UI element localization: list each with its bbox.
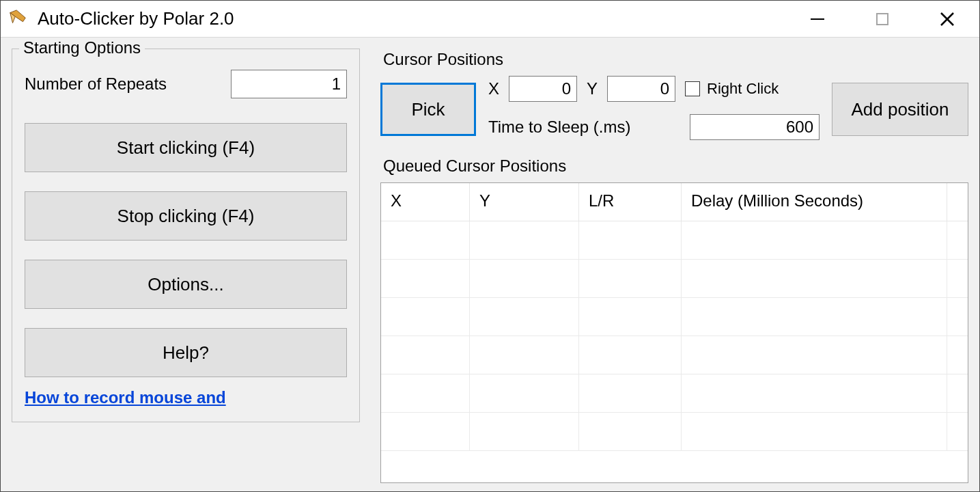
options-button[interactable]: Options... <box>25 260 347 309</box>
stop-clicking-label: Stop clicking (F4) <box>117 206 255 227</box>
grid-row[interactable] <box>381 298 968 336</box>
titlebar: Auto-Clicker by Polar 2.0 <box>1 1 979 38</box>
add-position-label: Add position <box>851 99 949 120</box>
starting-options-group: Starting Options Number of Repeats Start… <box>12 49 360 422</box>
start-clicking-button[interactable]: Start clicking (F4) <box>25 123 347 172</box>
y-input[interactable] <box>607 76 675 102</box>
options-label: Options... <box>148 274 223 295</box>
stop-clicking-button[interactable]: Stop clicking (F4) <box>25 191 347 241</box>
grid-header: X Y L/R Delay (Million Seconds) <box>381 183 968 221</box>
right-panel: Cursor Positions Pick X Y Right Click <box>380 49 968 491</box>
window-body: Starting Options Number of Repeats Start… <box>1 38 979 491</box>
help-button[interactable]: Help? <box>25 328 347 377</box>
maximize-button[interactable] <box>850 1 914 38</box>
grid-row[interactable] <box>381 221 968 260</box>
start-clicking-label: Start clicking (F4) <box>117 137 255 159</box>
app-window: Auto-Clicker by Polar 2.0 Starting Optio… <box>0 0 980 492</box>
queued-positions-grid[interactable]: X Y L/R Delay (Million Seconds) <box>380 182 968 483</box>
grid-row[interactable] <box>381 336 968 374</box>
grid-row[interactable] <box>381 413 968 451</box>
sleep-label: Time to Sleep (.ms) <box>488 118 631 137</box>
app-icon <box>8 9 28 29</box>
starting-options-legend: Starting Options <box>19 38 145 57</box>
help-label: Help? <box>163 342 209 364</box>
window-title: Auto-Clicker by Polar 2.0 <box>38 8 234 29</box>
pick-label: Pick <box>411 99 445 120</box>
x-label: X <box>488 79 499 98</box>
checkbox-icon <box>685 81 700 96</box>
right-click-checkbox[interactable]: Right Click <box>685 80 779 98</box>
right-click-label: Right Click <box>707 80 779 98</box>
grid-row[interactable] <box>381 260 968 298</box>
grid-body <box>381 221 968 482</box>
y-label: Y <box>587 79 598 98</box>
repeats-input[interactable] <box>231 70 347 98</box>
pick-button[interactable]: Pick <box>380 83 476 136</box>
col-header-delay[interactable]: Delay (Million Seconds) <box>682 183 947 221</box>
left-panel: Starting Options Number of Repeats Start… <box>12 49 360 491</box>
sleep-input[interactable] <box>690 114 820 140</box>
col-header-x[interactable]: X <box>381 183 470 221</box>
cursor-positions-label: Cursor Positions <box>380 49 968 76</box>
col-header-scrollbar <box>947 183 968 221</box>
col-header-lr[interactable]: L/R <box>579 183 682 221</box>
tutorial-link[interactable]: How to record mouse and <box>25 388 226 407</box>
svg-rect-1 <box>877 14 888 25</box>
col-header-y[interactable]: Y <box>470 183 579 221</box>
add-position-button[interactable]: Add position <box>832 83 968 136</box>
cursor-input-row: Pick X Y Right Click Time to Sl <box>380 76 968 140</box>
repeats-label: Number of Repeats <box>25 74 167 94</box>
grid-row[interactable] <box>381 374 968 413</box>
queued-label: Queued Cursor Positions <box>380 155 968 182</box>
x-input[interactable] <box>509 76 577 102</box>
close-button[interactable] <box>914 1 979 38</box>
minimize-button[interactable] <box>785 1 850 38</box>
tutorial-link-text: How to record mouse and <box>25 388 226 407</box>
